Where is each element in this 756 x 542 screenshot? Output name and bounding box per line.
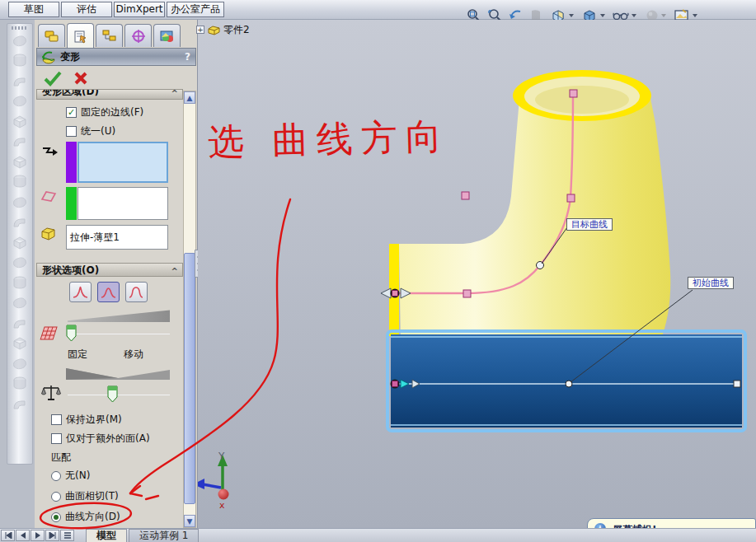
feature-tool-icon[interactable]: [10, 213, 30, 231]
part-name[interactable]: 零件2: [223, 23, 250, 37]
display-style-dropdown[interactable]: [600, 14, 605, 17]
match-curve-direction-radio[interactable]: [51, 512, 61, 522]
feature-tool-icon[interactable]: [10, 274, 30, 292]
match-surface-tangent-radio[interactable]: [51, 492, 61, 502]
curve-control-point[interactable]: [570, 90, 577, 97]
tab-evaluate[interactable]: 评估: [61, 2, 112, 17]
feature-tool-icon[interactable]: [10, 375, 30, 393]
feature-tool-icon[interactable]: [10, 194, 30, 212]
feature-tool-icon[interactable]: [10, 92, 30, 110]
feature-tool-icon[interactable]: [10, 173, 30, 191]
initial-cylinder-body[interactable]: [387, 331, 745, 431]
tab-dimxpertmanager[interactable]: [124, 24, 152, 47]
feature-tool-icon[interactable]: [10, 72, 30, 91]
feature-tool-icon[interactable]: [10, 334, 30, 353]
hide-show-items-dropdown[interactable]: [632, 14, 636, 17]
ok-button[interactable]: [43, 70, 63, 86]
help-button[interactable]: ?: [185, 51, 190, 63]
deform-axis-slider-track[interactable]: [68, 334, 170, 334]
match-curve-direction-radio-row[interactable]: 曲线方向(D): [51, 510, 120, 524]
appearances-dropdown[interactable]: [661, 14, 666, 17]
scroll-up-button[interactable]: ▲: [184, 91, 195, 104]
target-curve-selection-box[interactable]: [77, 142, 168, 183]
fixed-entities-selection-box[interactable]: [77, 187, 168, 220]
curve-control-point[interactable]: [567, 194, 575, 202]
apply-scene-dropdown[interactable]: [693, 14, 697, 17]
uniform-checkbox[interactable]: [66, 126, 77, 137]
match-none-radio[interactable]: [51, 471, 61, 481]
tab-list-button[interactable]: [60, 530, 74, 541]
tab-featuremanager-tree[interactable]: [38, 24, 65, 47]
deform-region-mesh-icon: [38, 325, 59, 343]
first-tab-button[interactable]: [1, 530, 15, 541]
uniform-checkbox-row[interactable]: 统一(U): [66, 124, 115, 138]
last-tab-button[interactable]: [45, 530, 59, 541]
deform-axis-slider-handle[interactable]: [66, 325, 77, 343]
stiffness-minimum-button[interactable]: [69, 282, 92, 302]
keep-boundary-checkbox[interactable]: [51, 414, 62, 425]
tab-dimxpert[interactable]: DimXpert: [114, 2, 165, 17]
feature-tool-icon[interactable]: [10, 254, 30, 272]
property-manager-header: 变形 ?: [36, 48, 196, 66]
previous-tab-button[interactable]: [16, 530, 30, 541]
stiffness-maximum-button[interactable]: [125, 282, 148, 302]
feature-tool-icon[interactable]: [10, 32, 30, 50]
extra-faces-checkbox[interactable]: [51, 433, 62, 444]
feature-tool-icon[interactable]: [10, 395, 30, 414]
weight-slider-track[interactable]: [68, 395, 170, 395]
curve-control-point[interactable]: [462, 192, 469, 199]
section-shape-options[interactable]: 形状选项(O) ^: [36, 263, 183, 277]
fixed-edges-checkbox-row[interactable]: ✓ 固定的边线(F): [66, 105, 143, 119]
collapse-chevron-icon: ^: [171, 265, 178, 277]
tab-office-products[interactable]: 办公室产品: [167, 2, 224, 17]
panel-scrollbar[interactable]: ▲ ▼: [183, 91, 196, 528]
weight-ramp: [66, 367, 170, 381]
feature-tool-icon[interactable]: [10, 315, 30, 333]
feature-tool-icon[interactable]: [10, 355, 30, 373]
model-scene: Y Z x: [198, 20, 756, 528]
slider-right-label: 移动: [124, 348, 143, 362]
tab-propertymanager[interactable]: [67, 23, 94, 48]
fixed-edges-checkbox[interactable]: ✓: [66, 107, 77, 118]
weight-scale-icon: [41, 384, 61, 402]
bodies-to-deform-field[interactable]: 拉伸-薄壁1: [66, 225, 168, 250]
deform-amount-ramp: [68, 310, 170, 322]
z-axis-arrow: [198, 479, 204, 489]
collapse-chevron-icon: ^: [171, 89, 178, 100]
features-toolbar: [7, 23, 33, 465]
scrollbar-thumb[interactable]: [184, 253, 195, 504]
scroll-down-button[interactable]: ▼: [184, 515, 195, 527]
weight-slider-handle[interactable]: [107, 385, 119, 404]
model-tab[interactable]: 模型: [86, 529, 127, 542]
deform-feature-icon: [40, 49, 57, 64]
feature-tool-icon[interactable]: [10, 294, 30, 312]
x-axis-ball: [218, 489, 229, 500]
feature-tool-icon[interactable]: [10, 113, 30, 131]
cancel-button[interactable]: [73, 70, 89, 86]
feature-tool-icon[interactable]: [10, 234, 30, 252]
menu-bar: 草图 评估 DimXpert 办公室产品: [0, 0, 756, 20]
initial-curve-endpoint[interactable]: [734, 381, 740, 387]
section-deform-region[interactable]: 变形区域(D) ^: [36, 89, 183, 100]
toolbar-grip[interactable]: [12, 26, 28, 30]
match-surface-tangent-radio-row[interactable]: 曲面相切(T): [51, 489, 119, 503]
target-curve-callout[interactable]: 目标曲线: [566, 218, 613, 231]
tree-expand-button[interactable]: +: [196, 26, 204, 34]
view-orientation-dropdown[interactable]: [569, 14, 574, 17]
curve-control-point[interactable]: [463, 290, 471, 297]
extra-faces-checkbox-row[interactable]: 仅对于额外的面(A): [51, 432, 150, 446]
feature-tool-icon[interactable]: [10, 153, 30, 171]
next-tab-button[interactable]: [31, 530, 45, 541]
tab-displaymanager[interactable]: [153, 24, 181, 47]
x-axis-label: x: [219, 500, 225, 511]
initial-curve-callout[interactable]: 初始曲线: [688, 277, 734, 289]
motion-study-tab[interactable]: 运动算例 1: [129, 529, 199, 542]
tab-sketch[interactable]: 草图: [8, 2, 59, 17]
match-none-radio-row[interactable]: 无(N): [51, 469, 90, 483]
feature-tool-icon[interactable]: [10, 52, 30, 70]
direction-arrow-icon[interactable]: [381, 288, 391, 298]
tab-configurationmanager[interactable]: [96, 24, 123, 47]
keep-boundary-checkbox-row[interactable]: 保持边界(M): [51, 413, 122, 427]
feature-tool-icon[interactable]: [10, 133, 30, 151]
stiffness-medium-button[interactable]: [97, 282, 120, 302]
